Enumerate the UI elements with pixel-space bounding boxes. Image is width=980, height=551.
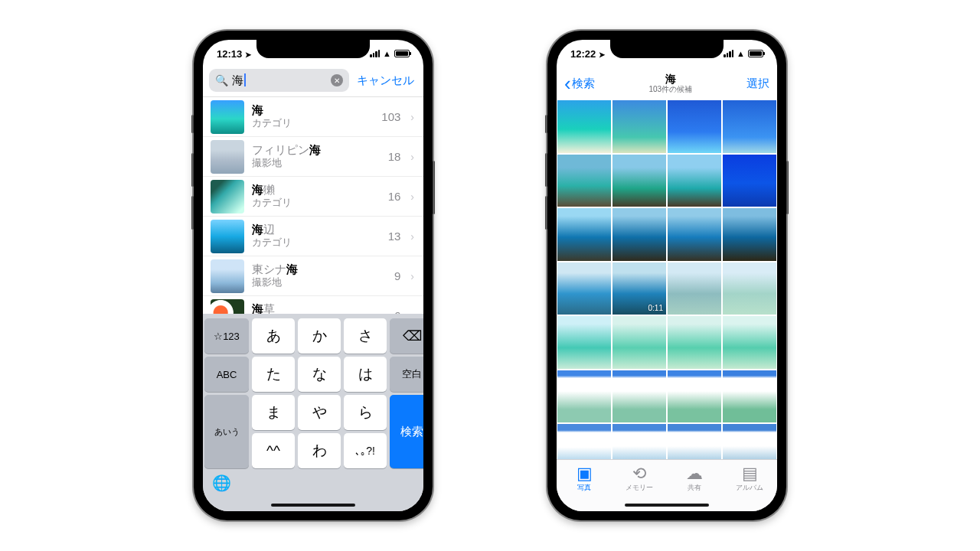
search-value: 海 — [232, 73, 243, 86]
result-row[interactable]: 海獺カテゴリ16› — [203, 177, 423, 217]
key-ta[interactable]: た — [252, 357, 295, 392]
photo-cell[interactable] — [722, 154, 777, 208]
key-mode-num[interactable]: ☆123 — [204, 318, 249, 354]
key-mode-kana[interactable]: あいう — [204, 395, 249, 468]
chevron-right-icon: › — [410, 230, 414, 243]
status-time: 12:13 — [217, 48, 242, 60]
chevron-right-icon: › — [410, 151, 414, 163]
photo-cell[interactable] — [667, 154, 722, 208]
key-ha[interactable]: は — [344, 357, 387, 392]
key-na[interactable]: な — [298, 357, 341, 392]
key-mode-abc[interactable]: ABC — [204, 357, 249, 392]
photo-cell[interactable] — [557, 370, 612, 424]
result-row[interactable]: 海カテゴリ103› — [203, 97, 423, 137]
photo-grid: 0:11 — [557, 99, 777, 459]
key-sa[interactable]: さ — [344, 318, 387, 354]
photo-cell[interactable] — [667, 315, 722, 370]
chevron-right-icon: › — [410, 191, 414, 203]
photo-cell[interactable]: 0:11 — [612, 262, 667, 316]
page-title: 海 — [648, 73, 692, 85]
key-delete[interactable] — [390, 318, 423, 354]
keyboard: ☆123 あ か さ ABC た な は 空白 あいう ま や ら 検索 ^^ … — [203, 314, 423, 511]
search-input[interactable]: 🔍 海 ✕ — [209, 69, 349, 92]
key-ka[interactable]: か — [298, 318, 341, 354]
chevron-right-icon: › — [410, 111, 414, 123]
result-count: 9 — [394, 269, 400, 282]
photo-cell[interactable] — [612, 99, 667, 154]
cancel-button[interactable]: キャンセル — [354, 73, 417, 88]
tab-icon: ▤ — [722, 465, 777, 483]
photo-cell[interactable] — [557, 207, 612, 262]
status-time: 12:22 — [570, 48, 596, 60]
photo-cell[interactable] — [667, 207, 722, 262]
key-ya[interactable]: や — [298, 395, 341, 430]
select-button[interactable]: 選択 — [746, 77, 769, 91]
photo-cell[interactable] — [667, 262, 722, 316]
tab-写真[interactable]: ▣写真 — [557, 465, 612, 511]
photo-cell[interactable] — [667, 370, 722, 424]
photo-cell[interactable] — [612, 370, 667, 424]
result-count: 13 — [388, 230, 401, 243]
photo-cell[interactable] — [612, 154, 667, 208]
result-row[interactable]: 東シナ海撮影地9› — [203, 256, 423, 296]
result-sub: カテゴリ — [252, 197, 381, 210]
cellular-icon — [370, 50, 380, 57]
photo-cell[interactable] — [722, 315, 777, 370]
result-thumb — [211, 100, 244, 134]
battery-icon — [748, 50, 763, 57]
photo-cell[interactable] — [557, 423, 612, 459]
tab-label: メモリー — [612, 483, 667, 493]
location-icon: ➤ — [599, 51, 605, 59]
photo-cell[interactable] — [667, 423, 722, 459]
photo-cell[interactable] — [557, 315, 612, 370]
chevron-right-icon: › — [410, 270, 414, 282]
photo-cell[interactable] — [612, 207, 667, 262]
photo-cell[interactable] — [667, 99, 722, 154]
search-icon: 🔍 — [215, 74, 228, 86]
tab-icon: ▣ — [557, 465, 612, 483]
notch — [256, 40, 370, 58]
result-title: 海獺 — [252, 183, 381, 197]
photo-cell[interactable] — [612, 423, 667, 459]
back-button[interactable]: 検索 — [564, 77, 595, 91]
tab-label: 共有 — [667, 483, 722, 493]
result-title: 東シナ海 — [252, 262, 387, 276]
photo-cell[interactable] — [722, 423, 777, 459]
result-thumb — [211, 180, 244, 214]
photo-cell[interactable] — [557, 154, 612, 208]
result-row[interactable]: フィリピン海撮影地18› — [203, 137, 423, 177]
search-results: 海カテゴリ103›フィリピン海撮影地18›海獺カテゴリ16›海辺カテゴリ13›東… — [203, 96, 423, 320]
clear-icon[interactable]: ✕ — [331, 74, 343, 86]
key-ra[interactable]: ら — [344, 395, 387, 430]
key-search[interactable]: 検索 — [390, 395, 423, 468]
tab-アルバム[interactable]: ▤アルバム — [722, 465, 777, 511]
tab-icon: ⟲ — [612, 465, 667, 483]
result-sub: 撮影地 — [252, 276, 387, 289]
result-count: 103 — [381, 110, 400, 123]
result-thumb — [211, 220, 244, 253]
photo-cell[interactable] — [557, 262, 612, 316]
key-punct[interactable]: ､｡?! — [344, 433, 387, 468]
wifi-icon: ▲ — [737, 49, 745, 58]
photo-cell[interactable] — [722, 207, 777, 262]
result-row[interactable]: 海辺カテゴリ13› — [203, 217, 423, 256]
photo-cell[interactable] — [722, 99, 777, 154]
photo-cell[interactable] — [612, 315, 667, 370]
key-wa[interactable]: わ — [298, 433, 341, 468]
home-indicator[interactable] — [271, 504, 355, 507]
photo-cell[interactable] — [722, 262, 777, 316]
globe-icon[interactable]: 🌐 — [203, 468, 423, 497]
iphone-right: 12:22 ➤ ▲ 検索 海 103件の候補 選択 0:11 ▣写真⟲メモリー☁… — [547, 31, 786, 520]
photo-cell[interactable] — [557, 99, 612, 154]
photo-cell[interactable] — [722, 370, 777, 424]
key-a[interactable]: あ — [252, 318, 295, 354]
page-subtitle: 103件の候補 — [648, 85, 692, 94]
key-space[interactable]: 空白 — [390, 357, 423, 392]
result-thumb — [211, 140, 244, 174]
cellular-icon — [724, 50, 733, 57]
home-indicator[interactable] — [625, 504, 709, 507]
key-emoji[interactable]: ^^ — [252, 433, 295, 468]
key-ma[interactable]: ま — [252, 395, 295, 430]
result-sub: 撮影地 — [252, 157, 381, 170]
iphone-left: 12:13 ➤ ▲ 🔍 海 ✕ キャンセル 海カテゴリ103›フィリピン海撮影地… — [194, 31, 433, 520]
